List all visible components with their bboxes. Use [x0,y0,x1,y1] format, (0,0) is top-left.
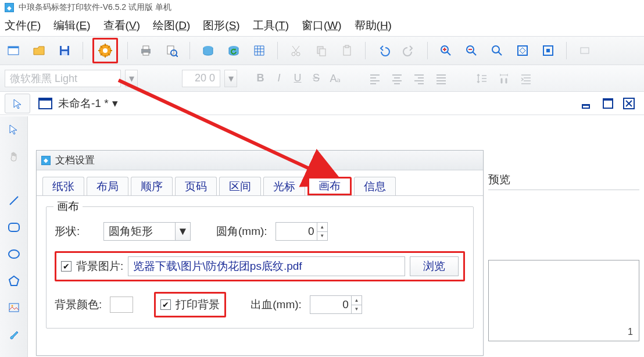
svg-rect-32 [546,49,550,52]
menu-window[interactable]: 窗口(W) [302,18,342,33]
svg-point-6 [103,48,108,53]
undo-icon[interactable] [375,42,392,59]
maximize-icon[interactable] [602,98,614,109]
preview-panel: 预览 1 [488,172,639,357]
bgimg-highlight: ✔ 背景图片: 览器下载\图片\防伪花团ps底纹.pdf 浏览 [55,251,465,281]
align-left-icon[interactable] [366,70,384,87]
redo-icon[interactable] [400,42,418,59]
hand-tool-icon[interactable] [4,147,24,166]
radius-value: 0 [308,225,314,238]
menu-file[interactable]: 文件(F) [5,18,41,33]
font-size-input[interactable]: 20 0 [182,70,220,87]
tab-canvas[interactable]: 画布 [307,177,352,195]
spinner[interactable]: ▲▼ [317,223,327,240]
tab-page[interactable]: 页码 [175,177,217,195]
svg-point-45 [11,305,13,307]
left-tool-strip [0,116,28,357]
database-icon[interactable] [199,42,217,59]
font-family-dropdown[interactable]: ▾ [125,70,138,87]
zoom-in-icon[interactable] [437,42,455,59]
chevron-down-icon: ▼ [175,223,190,240]
strikethrough-icon[interactable]: S [309,72,323,84]
bgcolor-swatch[interactable] [110,297,133,313]
font-family-input[interactable]: 微软雅黑 Light [5,70,121,87]
rounded-rect-tool-icon[interactable] [4,217,24,237]
separator [277,42,278,59]
print-preview-icon[interactable] [163,42,180,59]
open-icon[interactable] [30,42,48,59]
align-right-icon[interactable] [410,70,428,87]
tab-cursor[interactable]: 光标 [263,177,305,195]
doc-dropdown-icon[interactable]: ▾ [112,97,118,110]
separator [189,42,190,59]
paste-icon[interactable] [338,42,356,59]
char-spacing-icon[interactable] [495,70,513,87]
new-doc-icon[interactable] [5,42,22,59]
minimize-icon[interactable] [581,98,593,109]
bgimg-checkbox[interactable]: ✔ [61,261,71,272]
tab-paper[interactable]: 纸张 [42,177,84,195]
brush-tool-icon[interactable] [4,324,24,344]
bgimg-label: 背景图片: [76,259,123,274]
copy-icon[interactable] [313,42,330,59]
shape-select[interactable]: 圆角矩形 ▼ [103,222,191,241]
bleed-input[interactable]: 0 ▲▼ [310,295,362,314]
cut-icon[interactable] [287,42,305,59]
menu-edit[interactable]: 编辑(E) [53,18,90,33]
svg-point-15 [292,52,295,56]
shape-value: 圆角矩形 [109,224,153,239]
titlebar: ◆ 中琅条码标签打印软件-V6.5.2 试用版 单机 [0,0,644,15]
svg-line-12 [176,55,178,57]
database-refresh-icon[interactable] [225,42,242,59]
zoom-100-icon[interactable] [488,42,506,59]
polygon-tool-icon[interactable] [4,271,24,291]
align-center-icon[interactable] [388,70,406,87]
image-tool-icon[interactable] [4,298,24,317]
tab-layout[interactable]: 布局 [87,177,128,195]
indent-icon[interactable] [517,70,535,87]
canvas-legend: 画布 [53,199,83,214]
clear-format-icon[interactable]: Aₐ [328,72,343,85]
line-spacing-icon[interactable] [473,70,491,87]
separator [83,42,83,59]
document-title: 未命名-1 * [58,96,109,111]
dialog-title-text: 文档设置 [55,153,95,167]
print-icon[interactable] [137,42,155,59]
grid-icon[interactable] [251,42,268,59]
menu-shape[interactable]: 图形(S) [203,18,239,33]
menu-tools[interactable]: 工具(T) [253,18,289,33]
font-size-dropdown[interactable]: ▾ [224,70,237,87]
select-tool-icon[interactable] [4,120,24,140]
fit-selection-icon[interactable] [539,42,557,59]
bold-icon[interactable]: B [253,72,267,84]
svg-rect-9 [143,52,149,55]
menu-draw[interactable]: 绘图(D) [153,18,190,33]
svg-rect-30 [518,46,527,55]
underline-icon[interactable]: U [291,72,305,84]
zoom-out-icon[interactable] [463,42,480,59]
svg-point-43 [9,250,19,258]
more-icon[interactable] [576,42,593,59]
menu-view[interactable]: 查看(V) [103,18,140,33]
italic-icon[interactable]: I [272,72,286,84]
fit-screen-icon[interactable] [514,42,531,59]
tab-info[interactable]: 信息 [354,177,396,195]
tab-range[interactable]: 区间 [219,177,261,195]
save-icon[interactable] [56,42,73,59]
line-tool-icon[interactable] [4,191,24,210]
doc-setup-icon[interactable] [92,38,118,63]
svg-rect-8 [143,46,149,49]
menu-help[interactable]: 帮助(H) [355,18,392,33]
align-justify-icon[interactable] [432,70,450,87]
tab-order[interactable]: 顺序 [131,177,173,195]
spinner[interactable]: ▲▼ [351,296,362,313]
bgcolor-row: 背景颜色: ✔ 打印背景 出血(mm): 0 ▲▼ [55,292,465,317]
browse-button[interactable]: 浏览 [410,256,459,276]
radius-input[interactable]: 0 ▲▼ [276,222,328,241]
close-icon[interactable] [623,98,635,109]
ellipse-tool-icon[interactable] [4,244,24,264]
printbg-checkbox[interactable]: ✔ [160,299,171,310]
pointer-tool-icon[interactable] [5,94,30,113]
bgimg-path-input[interactable]: 览器下载\图片\防伪花团ps底纹.pdf [128,256,405,276]
app-title: 中琅条码标签打印软件-V6.5.2 试用版 单机 [19,2,171,13]
